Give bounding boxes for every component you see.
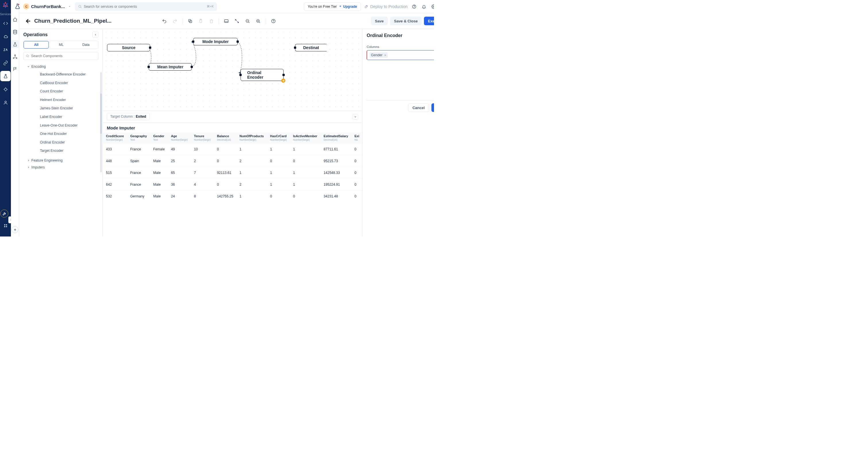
upgrade-link[interactable]: Upgrade (339, 5, 357, 9)
toolbar (161, 18, 277, 24)
table-header: ExiNu (351, 132, 363, 144)
svg-point-8 (13, 30, 17, 31)
tree-imputers[interactable]: Imputers (23, 164, 98, 171)
table-row: 433FranceFemale4910011187711.610 (103, 144, 362, 155)
rail-user-check-icon[interactable] (0, 97, 11, 107)
flask-badge-icon (13, 2, 22, 10)
component-search[interactable] (23, 52, 98, 60)
global-search[interactable]: ⌘+K (75, 2, 217, 11)
svg-point-0 (6, 74, 7, 75)
ib-flag-icon[interactable] (11, 65, 19, 73)
zoom-out-icon[interactable] (245, 18, 251, 24)
svg-point-27 (26, 55, 28, 57)
execute-button[interactable]: Execute (424, 17, 434, 25)
svg-point-11 (16, 57, 17, 59)
ib-add-button[interactable] (11, 226, 19, 233)
save-close-button[interactable]: Save & Close (390, 17, 422, 25)
ib-flask-icon[interactable] (11, 40, 19, 48)
chip[interactable]: Gender✕ (369, 52, 388, 58)
props-title: Ordinal Encoder (367, 33, 434, 38)
node-destination[interactable]: Destinat (295, 44, 327, 51)
copy-icon[interactable] (187, 18, 193, 24)
deploy-button[interactable]: Deploy to Production (364, 4, 408, 9)
seg-all[interactable]: All (24, 41, 49, 49)
props-save-button[interactable]: Save (431, 103, 434, 112)
gear-icon[interactable] (431, 3, 434, 10)
redo-icon[interactable] (172, 18, 178, 24)
services-label: Services (0, 12, 11, 16)
back-button[interactable] (25, 18, 32, 24)
rail-code-icon[interactable] (0, 18, 11, 28)
tree-encoding[interactable]: Encoding (23, 63, 98, 70)
sparkle-icon (339, 5, 342, 8)
svg-rect-4 (6, 224, 7, 225)
tree-leaf[interactable]: Ordinal Encoder (40, 140, 98, 145)
ib-database-icon[interactable] (11, 28, 19, 36)
ib-home-icon[interactable] (11, 15, 19, 24)
rail-link-icon[interactable] (0, 58, 11, 68)
help-toolbar-icon[interactable] (270, 18, 276, 24)
props-cancel-button[interactable]: Cancel (408, 103, 429, 112)
center-area: Source Mean Imputer Mode Imputer Ordinal… (103, 29, 362, 236)
svg-point-13 (367, 6, 367, 6)
tree-leaf[interactable]: Target Encoder (40, 149, 98, 153)
layout-icon[interactable] (223, 18, 229, 24)
sidebar-collapse-button[interactable] (92, 32, 98, 38)
bottom-expand-button[interactable] (352, 114, 358, 120)
seg-data[interactable]: Data (73, 41, 98, 49)
tree-leaf[interactable]: James-Stein Encoder (40, 106, 98, 111)
tree-leaf[interactable]: Count Encoder (40, 89, 98, 94)
props-actions: Cancel Save (367, 100, 434, 115)
ib-network-icon[interactable] (11, 53, 19, 61)
seg-ml[interactable]: ML (49, 41, 73, 49)
tier-text: You're on Free Tier (308, 5, 337, 9)
tree-leaf[interactable]: Label Encoder (40, 115, 98, 119)
paste-icon[interactable] (197, 18, 204, 24)
global-search-input[interactable] (84, 5, 205, 9)
bell-icon[interactable] (421, 3, 427, 10)
chip-remove-icon[interactable]: ✕ (384, 54, 386, 57)
rail-cloud-icon[interactable] (0, 31, 11, 42)
search-icon (78, 5, 82, 8)
svg-point-2 (5, 101, 6, 102)
pipeline-canvas[interactable]: Source Mean Imputer Mode Imputer Ordinal… (103, 29, 362, 111)
node-mode-imputer[interactable]: Mode Imputer (193, 38, 238, 45)
tree-leaf[interactable]: CatBoost Encoder (40, 81, 98, 86)
columns-multiselect[interactable]: Gender✕ (367, 50, 434, 60)
rail-sparkle-icon[interactable] (0, 84, 11, 94)
save-button[interactable]: Save (371, 17, 388, 25)
rail-flask-icon[interactable] (0, 71, 11, 81)
table-header: CreditScoreNumber(large) (103, 132, 127, 144)
table-header: HasCrCardNumber(large) (267, 132, 290, 144)
project-selector[interactable]: C ChurnForBank... (23, 3, 71, 9)
delete-icon[interactable] (208, 18, 214, 24)
chevron-down-icon (27, 65, 30, 68)
chevron-right-icon (27, 159, 30, 162)
tree-leaf[interactable]: One-Hot Encoder (40, 132, 98, 136)
project-avatar: C (23, 3, 29, 9)
tree-leaf[interactable]: Leave-One-Out Encoder (40, 123, 98, 128)
help-icon[interactable] (411, 3, 417, 10)
node-ordinal-encoder[interactable]: Ordinal Encoder⚙ (241, 69, 284, 81)
table-row: 532GermanyMale248142755.2510034231.480 (103, 191, 362, 202)
tree-leaf[interactable]: Helmert Encoder (40, 98, 98, 102)
rail-za-icon[interactable] (0, 44, 11, 55)
node-source[interactable]: Source (107, 44, 150, 51)
table-header: TenureNumber(large) (191, 132, 214, 144)
table-row: 642FranceMale3640211195224.910 (103, 179, 362, 191)
properties-panel: Ordinal Encoder Columns Gender✕ Cancel S… (362, 29, 434, 236)
undo-icon[interactable] (161, 18, 167, 24)
table-header: GeographyText (127, 132, 150, 144)
node-mean-imputer[interactable]: Mean Imputer (149, 63, 192, 71)
fullscreen-icon[interactable] (234, 18, 240, 24)
rail-tools-icon[interactable] (0, 210, 8, 218)
sidebar-scrollbar[interactable] (100, 72, 102, 172)
app-logo (2, 2, 9, 8)
table-header: IsActiveMemberNumber(large) (290, 132, 320, 144)
component-search-input[interactable] (31, 54, 96, 58)
tree-leaf[interactable]: Backward-Difference Encoder (40, 72, 98, 77)
table-row: 515FranceMale65792113.61111142548.330 (103, 167, 362, 179)
svg-rect-22 (224, 20, 228, 22)
zoom-in-icon[interactable] (255, 18, 261, 24)
tree-feature-engineering[interactable]: Feature Engineering (23, 157, 98, 164)
